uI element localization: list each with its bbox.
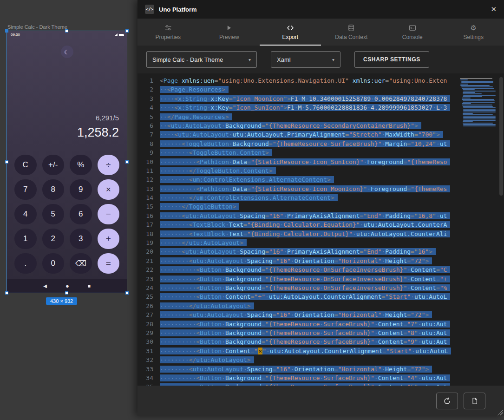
refresh-icon xyxy=(443,397,451,405)
code-line[interactable]: ········<um:ControlExtensions.AlternateC… xyxy=(160,175,458,184)
line-number: 25 xyxy=(137,292,153,301)
code-line[interactable]: ··········<Button·Background="{ThemeReso… xyxy=(160,328,458,337)
tab-settings[interactable]: ⚙Settings xyxy=(443,19,504,46)
selection-handle[interactable] xyxy=(5,29,8,33)
selection-handle[interactable] xyxy=(5,160,8,164)
export-file-button[interactable] xyxy=(464,393,485,409)
csharp-settings-button[interactable]: CSHARP SETTINGS xyxy=(354,51,429,68)
code-line[interactable]: ········<utu:AutoLayout·Spacing="16"·Ori… xyxy=(160,310,458,319)
calc-key[interactable]: × xyxy=(98,179,120,200)
selection-handle[interactable] xyxy=(5,291,8,295)
code-line[interactable]: ········</utu:AutoLayout> xyxy=(160,302,458,310)
home-icon[interactable]: ● xyxy=(65,282,69,289)
code-line[interactable]: ··········<Button·Background="{ThemeReso… xyxy=(160,337,458,346)
calc-key[interactable]: 2 xyxy=(42,229,65,249)
code-line[interactable]: ······</utu:AutoLayout> xyxy=(160,238,458,247)
code-line[interactable]: ··<utu:AutoLayout·Background="{ThemeReso… xyxy=(160,121,458,130)
selection-handle[interactable] xyxy=(125,29,129,33)
calc-key[interactable]: 5 xyxy=(42,204,65,224)
selection-handle[interactable] xyxy=(125,291,129,295)
uno-logo-icon: </> xyxy=(145,5,154,14)
calc-key[interactable]: 8 xyxy=(42,179,65,200)
minimap-line xyxy=(461,81,494,82)
code-line[interactable]: ········<utu:AutoLayout·Spacing="16"·Ori… xyxy=(160,256,458,265)
selection-handle[interactable] xyxy=(65,291,68,295)
minimap[interactable] xyxy=(458,76,498,386)
theme-dropdown[interactable]: Simple Calc - Dark Theme ▾ xyxy=(146,51,257,68)
minimap-line xyxy=(463,124,496,125)
tab-preview[interactable]: Preview xyxy=(199,19,260,46)
code-line[interactable]: ········<TextBlock·Text="{Binding·Calcul… xyxy=(160,220,458,229)
format-dropdown[interactable]: Xaml ▾ xyxy=(271,51,340,68)
code-line[interactable]: ········<ToggleButton.Content> xyxy=(160,148,458,157)
calc-key[interactable]: 1 xyxy=(14,229,37,249)
tab-export[interactable]: Export xyxy=(260,19,321,46)
minimap-line xyxy=(463,109,496,110)
calc-key[interactable]: = xyxy=(98,253,120,274)
code-line[interactable]: ········</um:ControlExtensions.Alternate… xyxy=(160,193,458,202)
calc-key[interactable]: + xyxy=(98,229,120,249)
recents-icon[interactable]: ■ xyxy=(88,283,91,289)
code-line[interactable]: ··········<Button·Content="×"·utu:AutoLa… xyxy=(160,347,458,355)
code-line[interactable]: ········<utu:AutoLayout·Spacing="16"·Ori… xyxy=(160,365,458,374)
calc-key[interactable]: ⌫ xyxy=(70,253,92,274)
code-line[interactable]: <Page xmlns:uen="using:Uno.Extensions.Na… xyxy=(160,76,458,85)
code-line[interactable]: ··········<Button·Background="{ThemeReso… xyxy=(160,283,458,292)
vertical-scrollbar[interactable] xyxy=(498,76,504,386)
line-number: 34 xyxy=(137,374,153,382)
calc-key[interactable]: % xyxy=(70,155,92,175)
window-titlebar[interactable]: </> Uno Platform ✕ xyxy=(137,0,504,19)
minimap-line xyxy=(463,110,496,111)
code-line[interactable]: ········</ToggleButton.Content> xyxy=(160,166,458,175)
back-icon[interactable]: ◀ xyxy=(43,283,47,289)
code-line[interactable]: ······<ToggleButton·Background="{ThemeRe… xyxy=(160,139,458,148)
code-editor[interactable]: 1234567891011121314151617181920212223242… xyxy=(137,73,504,386)
calc-key[interactable]: +/- xyxy=(42,155,65,175)
calc-key[interactable]: 0 xyxy=(42,253,65,274)
code-line[interactable]: ··········<Button·Content="÷"·utu:AutoLa… xyxy=(160,292,458,301)
active-tab-underline xyxy=(260,45,321,46)
code-line[interactable]: ··········<PathIcon·Data="{StaticResourc… xyxy=(160,184,458,193)
calc-key[interactable]: 6 xyxy=(70,204,92,224)
code-line[interactable]: ····<x:String·x:Key="Icon_SunIcon">F1·M·… xyxy=(160,103,458,112)
code-line[interactable]: ······</ToggleButton> xyxy=(160,202,458,211)
code-line[interactable]: ··········<Button·Background="{ThemeReso… xyxy=(160,382,458,386)
calc-key[interactable]: 9 xyxy=(70,179,92,200)
resize-grip[interactable] xyxy=(495,407,503,415)
code-line[interactable]: ··········<PathIcon·Data="{StaticResourc… xyxy=(160,158,458,166)
theme-toggle-button[interactable]: ☾ xyxy=(61,46,73,58)
close-icon[interactable]: ✕ xyxy=(491,5,497,13)
code-line[interactable]: ······<utu:AutoLayout·Spacing="16"·Prima… xyxy=(160,247,458,256)
refresh-button[interactable] xyxy=(436,393,458,409)
code-line[interactable]: ········<TextBlock·Text="{Binding·Calcul… xyxy=(160,230,458,238)
code-line[interactable]: ····<utu:AutoLayout·utu:AutoLayout.Prima… xyxy=(160,130,458,139)
phone-artboard[interactable]: 09:30 ☾ 6,291/5 1,258.2 C+/-%÷789×456−12… xyxy=(7,31,127,293)
sliders-icon xyxy=(164,24,172,32)
selection-handle[interactable] xyxy=(65,29,68,33)
calc-key[interactable]: C xyxy=(14,155,37,175)
code-line[interactable]: ··<Page.Resources> xyxy=(160,85,458,94)
tab-properties[interactable]: Properties xyxy=(137,19,199,46)
scrollbar-thumb[interactable] xyxy=(499,77,503,196)
code-line[interactable]: ··········<Button·Background="{ThemeReso… xyxy=(160,320,458,328)
bottom-bar xyxy=(137,386,504,416)
code-line[interactable]: ··········<Button·Background="{ThemeReso… xyxy=(160,374,458,382)
calc-key[interactable]: 7 xyxy=(14,179,37,200)
line-number: 5 xyxy=(137,112,153,121)
tab-data-context[interactable]: Data Context xyxy=(321,19,382,46)
code-line[interactable]: ········</utu:AutoLayout> xyxy=(160,355,458,364)
code-area[interactable]: <Page xmlns:uen="using:Uno.Extensions.Na… xyxy=(160,76,458,386)
calc-key[interactable]: ÷ xyxy=(98,155,120,175)
code-line[interactable]: ····<x:String·x:Key="Icon_MoonIcon">F1·M… xyxy=(160,94,458,103)
selection-handle[interactable] xyxy=(125,160,129,164)
calc-key[interactable]: 3 xyxy=(70,229,92,249)
line-number: 15 xyxy=(137,202,153,211)
tab-console[interactable]: Console xyxy=(382,19,443,46)
calc-key[interactable]: 4 xyxy=(14,204,37,224)
code-line[interactable]: ··········<Button·Background="{ThemeReso… xyxy=(160,265,458,274)
calc-key[interactable]: . xyxy=(14,253,37,274)
calc-key[interactable]: − xyxy=(98,204,120,224)
code-line[interactable]: ··</Page.Resources> xyxy=(160,112,458,121)
code-line[interactable]: ······<utu:AutoLayout·Spacing="16"·Prima… xyxy=(160,211,458,220)
code-line[interactable]: ··········<Button·Background="{ThemeReso… xyxy=(160,275,458,283)
